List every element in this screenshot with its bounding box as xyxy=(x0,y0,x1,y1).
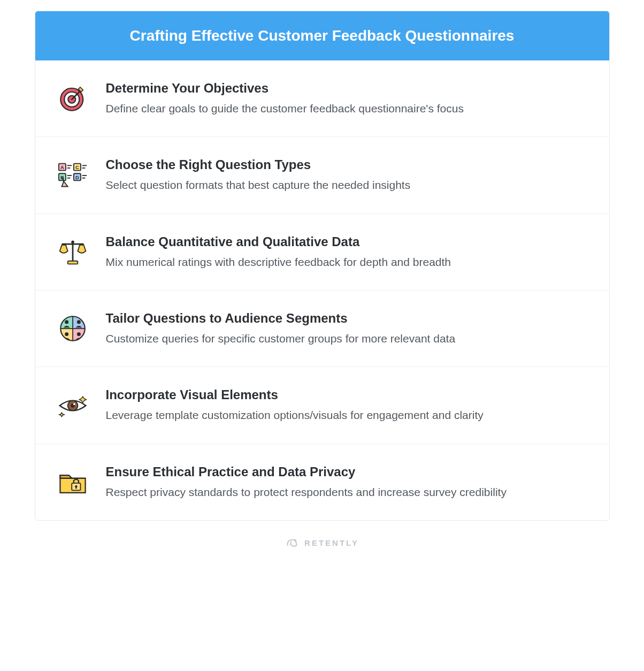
brand-logo-icon xyxy=(285,536,299,550)
balance-scale-icon xyxy=(56,235,90,269)
item-title: Tailor Questions to Audience Segments xyxy=(106,311,589,326)
target-icon xyxy=(56,81,90,116)
item-description: Respect privacy standards to protect res… xyxy=(106,485,589,500)
question-types-icon: A C B D xyxy=(56,158,90,193)
svg-point-39 xyxy=(73,403,75,405)
svg-rect-24 xyxy=(67,261,78,264)
list-item: Tailor Questions to Audience Segments Cu… xyxy=(35,290,609,367)
svg-text:C: C xyxy=(75,164,79,170)
svg-text:D: D xyxy=(75,174,79,180)
item-text: Incorporate Visual Elements Leverage tem… xyxy=(106,387,589,423)
item-text: Determine Your Objectives Define clear g… xyxy=(106,81,589,116)
list-item: Ensure Ethical Practice and Data Privacy… xyxy=(35,444,609,520)
svg-point-31 xyxy=(76,320,80,324)
svg-point-23 xyxy=(71,240,74,243)
item-text: Ensure Ethical Practice and Data Privacy… xyxy=(106,464,589,500)
item-title: Ensure Ethical Practice and Data Privacy xyxy=(106,464,589,479)
item-description: Leverage template customization options/… xyxy=(106,408,589,423)
svg-text:A: A xyxy=(60,164,64,170)
list-item: Balance Quantitative and Qualitative Dat… xyxy=(35,214,609,290)
eye-icon xyxy=(56,388,90,423)
item-title: Choose the Right Question Types xyxy=(106,157,589,172)
brand-name: RETENTLY xyxy=(304,538,359,547)
list-item: A C B D xyxy=(35,136,609,213)
items-list: Determine Your Objectives Define clear g… xyxy=(35,60,609,520)
header-title: Crafting Effective Customer Feedback Que… xyxy=(130,27,515,44)
item-text: Choose the Right Question Types Select q… xyxy=(106,157,589,193)
item-title: Determine Your Objectives xyxy=(106,81,589,96)
item-description: Define clear goals to guide the customer… xyxy=(106,101,589,116)
item-description: Mix numerical ratings with descriptive f… xyxy=(106,255,589,270)
item-title: Incorporate Visual Elements xyxy=(106,387,589,402)
item-title: Balance Quantitative and Qualitative Dat… xyxy=(106,234,589,249)
lock-folder-icon xyxy=(56,465,90,499)
item-description: Select question formats that best captur… xyxy=(106,178,589,193)
footer-brand: RETENTLY xyxy=(11,521,633,560)
infographic-card: Crafting Effective Customer Feedback Que… xyxy=(35,11,610,521)
svg-point-43 xyxy=(295,539,296,541)
list-item: Determine Your Objectives Define clear g… xyxy=(35,60,609,136)
svg-point-32 xyxy=(65,332,68,336)
svg-point-33 xyxy=(76,332,80,336)
header-banner: Crafting Effective Customer Feedback Que… xyxy=(35,11,609,60)
list-item: Incorporate Visual Elements Leverage tem… xyxy=(35,367,609,443)
item-description: Customize queries for specific customer … xyxy=(106,331,589,346)
item-text: Tailor Questions to Audience Segments Cu… xyxy=(106,311,589,346)
audience-segments-icon xyxy=(56,311,90,346)
item-text: Balance Quantitative and Qualitative Dat… xyxy=(106,234,589,270)
svg-point-30 xyxy=(65,320,68,324)
